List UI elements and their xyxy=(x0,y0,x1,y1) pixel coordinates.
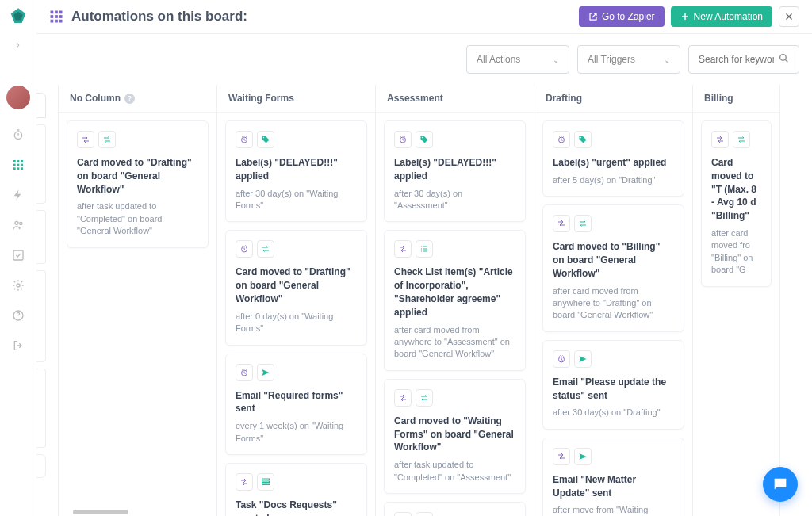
automation-card[interactable]: Label(s) "DELAYED!!!" appliedafter 30 da… xyxy=(384,120,526,222)
swap-icon xyxy=(98,131,116,148)
move-icon xyxy=(553,215,570,232)
column-body: Label(s) "DELAYED!!!" appliedafter 30 da… xyxy=(376,113,534,516)
avatar[interactable] xyxy=(6,86,30,109)
help-icon[interactable]: ? xyxy=(124,94,135,104)
card-icons xyxy=(236,240,357,258)
nav-help-icon[interactable] xyxy=(6,303,31,328)
column-drafting: DraftingLabel(s) "urgent" appliedafter 5… xyxy=(534,85,693,516)
card-title: Email "New Matter Update" sent xyxy=(553,473,674,500)
nav-bolt-icon[interactable] xyxy=(6,182,31,208)
svg-rect-1 xyxy=(13,160,16,162)
chat-bubble[interactable] xyxy=(763,467,798,502)
automation-card[interactable]: Check List Item(s) "Article of Incorpora… xyxy=(384,230,526,370)
card-icons xyxy=(236,131,357,148)
zapier-label: Go to Zapier xyxy=(602,11,655,22)
go-to-zapier-button[interactable]: Go to Zapier xyxy=(579,6,665,27)
clock-icon xyxy=(553,131,570,148)
card-desc: after 30 day(s) on "Drafting" xyxy=(553,407,674,419)
new-automation-button[interactable]: New Automation xyxy=(671,6,772,27)
card-desc: after 0 day(s) on "Waiting Forms" xyxy=(236,311,357,335)
automation-card[interactable]: Card moved to "Waiting Forms" on board "… xyxy=(384,379,526,494)
card-title: Card moved to "Drafting" on board "Gener… xyxy=(77,156,198,196)
card-icons xyxy=(553,131,674,148)
partial-card: H0la xyxy=(36,369,46,448)
svg-rect-21 xyxy=(51,20,54,23)
logo xyxy=(7,6,29,29)
column-header: Waiting Forms xyxy=(217,85,375,113)
svg-rect-6 xyxy=(21,164,23,166)
svg-point-38 xyxy=(580,137,582,139)
search-input[interactable] xyxy=(699,54,774,65)
partial-card: 20San xyxy=(36,124,46,204)
automation-card[interactable]: Email "Please update the status" sentaft… xyxy=(542,340,684,430)
partial-card: E0V xyxy=(36,210,46,264)
card-icons xyxy=(394,389,515,407)
column-title: Waiting Forms xyxy=(228,93,294,104)
automation-card[interactable]: Card moved to "Waiting Forms" on board "… xyxy=(384,502,526,516)
automation-card[interactable]: Email "New Matter Update" sentafter move… xyxy=(542,438,684,516)
card-desc: after card moved from anywhere to "Draft… xyxy=(553,285,674,322)
new-automation-label: New Automation xyxy=(694,11,763,22)
page-title: Automations on this board: xyxy=(71,9,247,25)
close-button[interactable] xyxy=(779,6,799,27)
card-title: Card moved to "Drafting" on board "Gener… xyxy=(236,266,357,305)
automation-card[interactable]: Label(s) "DELAYED!!!" appliedafter 30 da… xyxy=(225,120,367,222)
column-header: No Column? xyxy=(59,85,216,113)
grid-icon[interactable] xyxy=(49,10,63,24)
actions-filter[interactable]: All Actions ⌄ xyxy=(466,45,569,74)
nav-logout-icon[interactable] xyxy=(6,333,31,358)
nav-people-icon[interactable] xyxy=(6,212,31,238)
card-icons xyxy=(394,131,515,148)
svg-rect-9 xyxy=(21,167,23,170)
svg-point-26 xyxy=(263,137,265,139)
clock-icon xyxy=(394,131,412,148)
svg-rect-31 xyxy=(262,484,270,485)
card-title: Label(s) "urgent" applied xyxy=(553,156,674,170)
card-icons xyxy=(553,215,674,232)
nav-check-icon[interactable] xyxy=(6,243,31,268)
clock-icon xyxy=(236,131,253,148)
scrollbar[interactable] xyxy=(73,510,128,514)
automation-card[interactable]: Card moved to "Drafting" on board "Gener… xyxy=(67,120,209,248)
column-waiting-forms: Waiting FormsLabel(s) "DELAYED!!!" appli… xyxy=(217,85,376,516)
swap-icon xyxy=(257,240,274,258)
nav-settings-icon[interactable] xyxy=(6,273,31,298)
main: Automations on this board: Go to Zapier … xyxy=(36,0,812,516)
column-body: Label(s) "urgent" appliedafter 5 day(s) … xyxy=(534,113,692,516)
card-desc: after card moved from anywhere to "Asses… xyxy=(394,324,515,361)
column-assessment: AssessmentLabel(s) "DELAYED!!!" applieda… xyxy=(376,85,534,516)
card-icons xyxy=(711,131,761,148)
automation-card[interactable]: Card moved to "Billing" on board "Genera… xyxy=(542,204,684,332)
swap-icon xyxy=(733,131,750,148)
column-title: Assessment xyxy=(387,93,443,104)
card-title: Card moved to "T (Max. 8 - Avg 10 d "Bil… xyxy=(711,156,761,223)
nav-board-icon[interactable] xyxy=(6,152,31,178)
automation-card[interactable]: Card moved to "T (Max. 8 - Avg 10 d "Bil… xyxy=(701,120,772,287)
automation-card[interactable]: Email "Required forms" sentevery 1 week(… xyxy=(225,354,367,455)
svg-point-11 xyxy=(19,222,21,224)
svg-rect-16 xyxy=(55,11,58,14)
card-title: Email "Please update the status" sent xyxy=(553,376,674,403)
column-no-column: No Column?Card moved to "Drafting" on bo… xyxy=(59,85,217,516)
svg-rect-22 xyxy=(55,20,58,23)
move-icon xyxy=(394,389,412,407)
column-title: No Column xyxy=(70,93,121,104)
sidebar-nav: › xyxy=(0,0,36,516)
triggers-filter[interactable]: All Triggers ⌄ xyxy=(577,45,680,74)
search-icon[interactable] xyxy=(779,53,789,66)
send-icon xyxy=(257,364,274,381)
automation-card[interactable]: Label(s) "urgent" appliedafter 5 day(s) … xyxy=(542,120,684,197)
card-desc: after move from "Waiting Forms" to "Draf… xyxy=(553,504,674,516)
column-billing: BillingCard moved to "T (Max. 8 - Avg 10… xyxy=(693,85,780,516)
svg-rect-4 xyxy=(13,164,16,166)
column-header: Billing xyxy=(693,85,779,113)
card-icons xyxy=(394,240,515,258)
breadcrumb-arrow-icon: › xyxy=(16,38,20,51)
automation-card[interactable]: Card moved to "Drafting" on board "Gener… xyxy=(225,230,367,345)
card-title: Check List Item(s) "Article of Incorpora… xyxy=(394,266,515,319)
svg-rect-2 xyxy=(17,160,19,162)
underlying-board-sliver: W… 20SanE0V20SalEH0la N… xyxy=(36,85,59,516)
svg-rect-8 xyxy=(17,167,19,170)
nav-timer-icon[interactable] xyxy=(6,122,31,147)
automation-card[interactable]: Task "Docs Requests" createdafter move f… xyxy=(225,463,367,516)
